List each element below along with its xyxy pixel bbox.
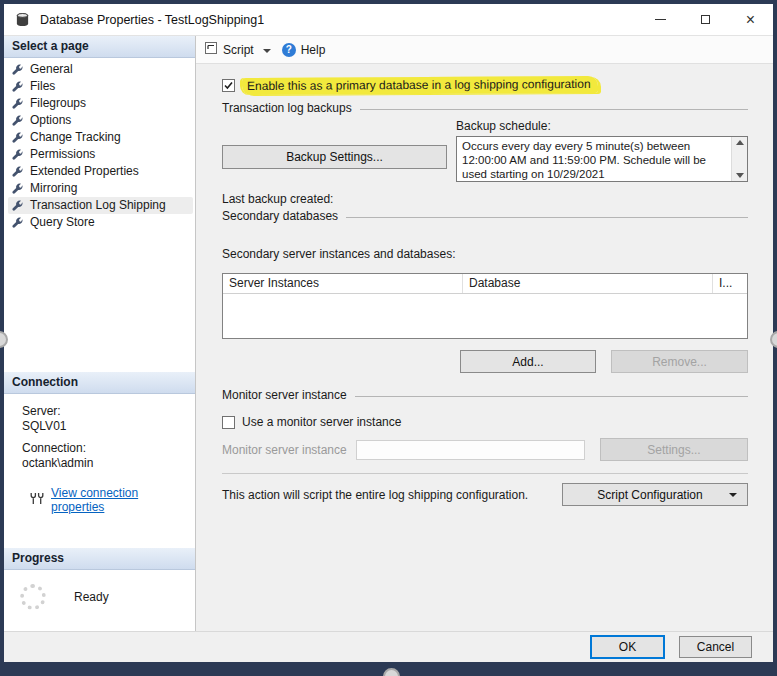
script-configuration-button[interactable]: Script Configuration [562, 483, 748, 506]
wrench-icon [12, 132, 24, 143]
sidebar-item-label: Permissions [30, 147, 95, 161]
group-divider [360, 109, 748, 110]
column-header-i-[interactable]: I... [713, 274, 747, 293]
sidebar-item-label: Extended Properties [30, 164, 139, 178]
sidebar-item-label: Mirroring [30, 181, 77, 195]
sidebar-item-files[interactable]: Files [8, 78, 193, 95]
add-button[interactable]: Add... [460, 350, 596, 373]
wrench-icon [12, 183, 24, 194]
progress-section: Progress Ready [4, 548, 195, 610]
script-action-row: This action will script the entire log s… [222, 483, 748, 506]
sidebar-item-label: Options [30, 113, 71, 127]
help-button[interactable]: Help [301, 43, 326, 57]
use-monitor-row: Use a monitor server instance [222, 415, 748, 429]
cancel-button[interactable]: Cancel [679, 636, 752, 658]
page-content: Enable this as a primary database in a l… [196, 64, 773, 631]
sidebar-item-mirroring[interactable]: Mirroring [8, 180, 193, 197]
connection-value: octank\admin [22, 456, 187, 470]
sidebar-item-change-tracking[interactable]: Change Tracking [8, 129, 193, 146]
wrench-icon [12, 64, 24, 75]
scroll-down-icon[interactable] [736, 173, 744, 178]
backup-schedule-text: Occurs every day every 5 minute(s) betwe… [457, 137, 731, 181]
transaction-log-backups-group: Transaction log backups [222, 101, 748, 115]
sidebar-item-label: Filegroups [30, 96, 86, 110]
window-controls: × [638, 4, 773, 35]
connection-header: Connection [4, 372, 195, 394]
script-configuration-label: Script Configuration [571, 488, 729, 502]
connection-label: Connection: [22, 441, 187, 455]
secondary-databases-group: Secondary databases [222, 209, 748, 223]
sidebar-item-extended-properties[interactable]: Extended Properties [8, 163, 193, 180]
script-icon [204, 41, 218, 58]
connection-properties-icon [30, 492, 45, 508]
last-backup-created-label: Last backup created: [222, 192, 748, 206]
monitor-server-group: Monitor server instance [222, 388, 748, 402]
transaction-log-backups-label: Transaction log backups [222, 101, 352, 115]
use-monitor-checkbox[interactable] [222, 416, 235, 429]
column-header-database[interactable]: Database [463, 274, 713, 293]
toolbar: Script ? Help [196, 36, 773, 64]
database-properties-dialog: Database Properties - TestLogShipping1 ×… [4, 4, 773, 662]
progress-spinner-icon [20, 584, 46, 610]
annotation-handle-bottom [383, 668, 400, 676]
monitor-instance-label: Monitor server instance [222, 443, 356, 457]
script-button[interactable]: Script [223, 43, 254, 57]
minimize-icon [655, 19, 666, 20]
progress-header: Progress [4, 548, 195, 570]
help-icon: ? [282, 43, 296, 57]
column-header-server-instances[interactable]: Server Instances [223, 274, 463, 293]
view-connection-properties-link[interactable]: View connection properties [51, 486, 187, 514]
sidebar-item-label: General [30, 62, 73, 76]
use-monitor-label[interactable]: Use a monitor server instance [242, 415, 401, 429]
table-body[interactable] [223, 294, 747, 338]
sidebar-item-transaction-log-shipping[interactable]: Transaction Log Shipping [8, 197, 193, 214]
wrench-icon [12, 81, 24, 92]
minimize-button[interactable] [638, 4, 683, 35]
title-bar: Database Properties - TestLogShipping1 × [4, 4, 773, 36]
select-a-page-header: Select a page [4, 36, 195, 58]
schedule-scrollbar[interactable] [731, 137, 747, 181]
screenshot-canvas: { "window": { "title": "Database Propert… [0, 0, 777, 676]
sidebar-item-permissions[interactable]: Permissions [8, 146, 193, 163]
backup-settings-button[interactable]: Backup Settings... [222, 145, 447, 169]
maximize-icon [701, 15, 710, 24]
close-button[interactable]: × [728, 4, 773, 35]
secondary-instances-label: Secondary server instances and databases… [222, 247, 748, 261]
sidebar-item-label: Change Tracking [30, 130, 121, 144]
script-dropdown-icon[interactable] [263, 49, 271, 53]
window-title: Database Properties - TestLogShipping1 [40, 13, 264, 27]
wrench-icon [12, 166, 24, 177]
sidebar-item-general[interactable]: General [8, 61, 193, 78]
remove-button[interactable]: Remove... [611, 350, 748, 373]
backup-schedule-label: Backup schedule: [456, 119, 748, 133]
sidebar-item-label: Files [30, 79, 55, 93]
section-divider [222, 473, 748, 474]
server-value: SQLV01 [22, 419, 187, 433]
sidebar-item-label: Query Store [30, 215, 95, 229]
settings-button[interactable]: Settings... [600, 438, 748, 461]
chevron-down-icon [729, 493, 737, 497]
sidebar-item-filegroups[interactable]: Filegroups [8, 95, 193, 112]
scroll-up-icon[interactable] [736, 140, 744, 145]
maximize-button[interactable] [683, 4, 728, 35]
highlight-annotation: Enable this as a primary database in a l… [242, 77, 598, 93]
monitor-server-label: Monitor server instance [222, 388, 347, 402]
wrench-icon [12, 200, 24, 211]
script-note: This action will script the entire log s… [222, 488, 528, 502]
wrench-icon [12, 149, 24, 160]
group-divider [355, 396, 748, 397]
enable-log-shipping-label[interactable]: Enable this as a primary database in a l… [242, 76, 598, 95]
server-label: Server: [22, 404, 187, 418]
database-icon [15, 12, 30, 27]
progress-status: Ready [74, 590, 109, 604]
ok-button[interactable]: OK [591, 636, 664, 658]
sidebar-item-query-store[interactable]: Query Store [8, 214, 193, 231]
secondary-databases-label: Secondary databases [222, 209, 338, 223]
backup-schedule-box: Occurs every day every 5 minute(s) betwe… [456, 136, 748, 182]
enable-log-shipping-checkbox[interactable] [222, 79, 235, 92]
monitor-instance-row: Monitor server instance Settings... [222, 438, 748, 461]
enable-log-shipping-row: Enable this as a primary database in a l… [222, 78, 748, 92]
monitor-instance-input[interactable] [356, 440, 585, 460]
sidebar-item-label: Transaction Log Shipping [30, 198, 166, 212]
sidebar-item-options[interactable]: Options [8, 112, 193, 129]
